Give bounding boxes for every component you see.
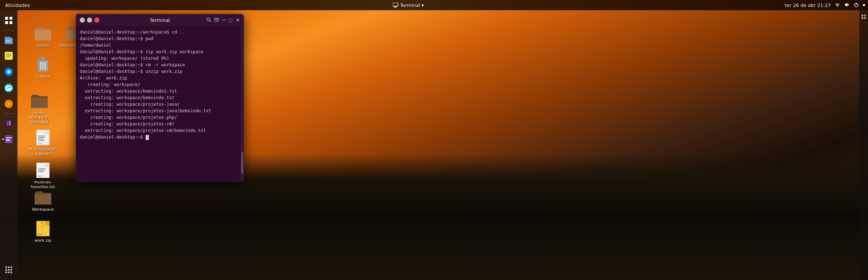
svg-rect-9: [9, 21, 12, 24]
desktop: Atividades Terminal ▾ ter 26 de abr 21:2…: [0, 0, 868, 280]
desktop-icon-musicas2[interactable]: TXT musicas-favoritas.txt: [28, 162, 58, 189]
svg-text:TXT: TXT: [38, 175, 42, 178]
svg-rect-7: [9, 17, 12, 20]
svg-rect-73: [864, 17, 866, 19]
terminal-minimize-icon[interactable]: ─: [222, 18, 226, 23]
files-icon: [4, 35, 14, 45]
svg-point-24: [7, 121, 8, 123]
terminal-line-16: extracting: workspace/projetos-c#/bemvin…: [80, 127, 237, 134]
svg-rect-27: [6, 137, 12, 138]
svg-point-33: [5, 269, 7, 271]
svg-point-35: [11, 269, 12, 271]
right-panel: [859, 10, 868, 280]
svg-rect-23: [5, 119, 13, 127]
svg-rect-56: [38, 171, 44, 172]
dock-messenger-icon[interactable]: [1, 81, 16, 95]
right-panel-btn-1[interactable]: [860, 13, 867, 20]
terminal-line-6: daniel@daniel-desktop:~$ rm -r workspace: [80, 62, 237, 68]
svg-rect-15: [6, 57, 10, 57]
svg-point-25: [9, 124, 11, 125]
notification-dot: [863, 4, 865, 6]
desktop-icon-workzip[interactable]: ZIP work.zip: [28, 220, 58, 243]
node-folder-icon: [31, 92, 48, 110]
svg-rect-47: [38, 136, 46, 136]
terminal-indicator[interactable]: Terminal ▾: [400, 3, 424, 8]
terminal-maximize-button[interactable]: [87, 18, 92, 23]
svg-rect-70: [861, 15, 863, 16]
terminal-scrollbar[interactable]: [241, 26, 244, 181]
dock-grid-icon[interactable]: [1, 13, 16, 28]
lixeira-label: Lixeira: [36, 74, 50, 79]
desktop-icon-daniel[interactable]: daniel: [28, 25, 58, 48]
terminal-title: Terminal: [150, 18, 170, 23]
speaker-icon[interactable]: [844, 2, 850, 8]
dock-notes-icon[interactable]: [1, 48, 16, 63]
terminal-line-14: creating: workspace/projetos-php/: [80, 114, 237, 121]
svg-rect-41: [41, 57, 45, 59]
svg-rect-61: [41, 224, 44, 225]
desktop-icon-lixeira[interactable]: Lixeira: [28, 56, 58, 79]
dock-bottom-grid[interactable]: [1, 262, 16, 277]
dock-panel-icon[interactable]: [1, 132, 16, 147]
dock-slack-icon[interactable]: [1, 116, 16, 131]
dock-files-icon[interactable]: [1, 32, 16, 47]
svg-rect-46: [45, 130, 50, 134]
svg-rect-59: [45, 221, 50, 225]
terminal-line-7: daniel@daniel-desktop:~$ unzip work.zip: [80, 68, 237, 75]
wifi-icon[interactable]: [835, 2, 840, 8]
terminal-search-icon[interactable]: [206, 17, 211, 23]
topbar-center: Terminal ▾: [393, 3, 424, 8]
svg-rect-54: [38, 168, 46, 169]
terminal-close-button[interactable]: [94, 18, 99, 23]
svg-text:TXT: TXT: [38, 142, 42, 145]
topbar-right: ter 26 de abr 21:27: [785, 2, 868, 8]
svg-text:ZIP: ZIP: [38, 233, 42, 236]
desktop-icon-musicas1[interactable]: TXT MusicasFavorit-as.txt: [28, 129, 58, 156]
terminal-monitor-svg: [393, 3, 399, 8]
terminal-cursor: [146, 135, 149, 140]
terminal-x-icon[interactable]: ✕: [236, 17, 240, 23]
svg-rect-8: [5, 21, 8, 24]
musicas2-label: musicas-favoritas.txt: [28, 180, 58, 189]
firefox-icon: [4, 99, 14, 109]
terminal-minimize-button[interactable]: [80, 18, 85, 23]
workspace-label: Workspace: [32, 207, 54, 212]
dock-firefox-icon[interactable]: [1, 97, 16, 111]
musicas2-icon: TXT: [34, 162, 52, 179]
node-folder-label: node-v16.14.2-linux-x64: [25, 110, 54, 125]
desktop-icon-workspace[interactable]: Workspace: [28, 189, 58, 212]
topbar-left: Atividades: [0, 3, 32, 8]
terminal-expand-icon[interactable]: □: [229, 18, 233, 23]
musicas1-icon: TXT: [34, 129, 52, 146]
terminal-titlebar: Terminal ─: [76, 14, 244, 26]
daniel-folder-icon: [34, 25, 52, 42]
terminal-scrollbar-thumb[interactable]: [241, 152, 243, 174]
svg-rect-53: [45, 163, 50, 167]
svg-rect-11: [6, 41, 10, 42]
workzip-label: work.zip: [35, 238, 51, 243]
daniel-folder-label: daniel: [37, 43, 49, 48]
bottom-grid-icon: [4, 265, 14, 275]
svg-rect-50: [38, 140, 45, 141]
desktop-icon-node[interactable]: node-v16.14.2-linux-x64: [25, 92, 54, 125]
topbar: Atividades Terminal ▾ ter 26 de abr 21:2…: [0, 0, 868, 10]
activities-button[interactable]: Atividades: [3, 3, 32, 8]
terminal-dropdown-arrow: ▾: [422, 3, 424, 8]
terminal-line-3: /home/daniel: [80, 42, 237, 48]
svg-rect-72: [861, 17, 863, 19]
terminal-topbar-label: Terminal: [400, 3, 420, 8]
terminal-menu-icon[interactable]: [214, 17, 219, 23]
workspace-icon: [34, 189, 52, 206]
dock-active-indicator: [2, 139, 4, 140]
svg-point-30: [5, 267, 7, 268]
dock-browser-icon[interactable]: [1, 65, 16, 79]
svg-rect-2: [394, 7, 397, 8]
terminal-body[interactable]: daniel@daniel-desktop:~/workspace$ cd ..…: [76, 26, 241, 181]
dock-separator-1: [3, 30, 14, 30]
notes-icon: [4, 51, 14, 61]
desktop-area: daniel fotos-Rose-xia: [17, 10, 859, 280]
terminal-line-1: daniel@daniel-desktop:~/workspace$ cd ..: [80, 29, 237, 35]
musicas1-label: MusicasFavorit-as.txt: [28, 147, 58, 156]
power-icon[interactable]: [853, 2, 859, 8]
svg-rect-28: [6, 139, 9, 140]
